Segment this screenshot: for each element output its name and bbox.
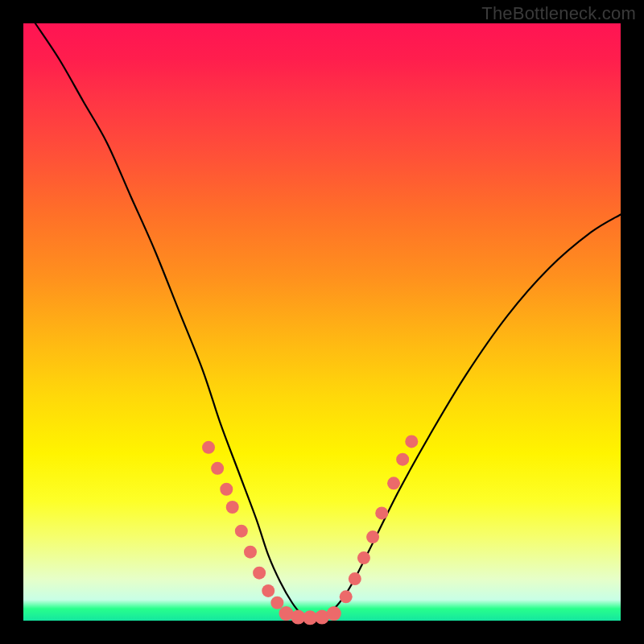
data-marker xyxy=(405,435,418,448)
data-marker xyxy=(375,506,388,519)
data-marker xyxy=(226,501,239,514)
plot-area xyxy=(23,23,621,621)
data-marker xyxy=(220,483,233,496)
data-markers xyxy=(202,435,418,625)
data-marker xyxy=(235,525,248,538)
chart-frame: TheBottleneck.com xyxy=(0,0,644,644)
data-marker xyxy=(366,530,379,543)
data-marker xyxy=(211,462,224,475)
data-marker xyxy=(262,584,275,597)
data-marker xyxy=(270,597,283,609)
data-marker xyxy=(202,441,215,454)
data-marker xyxy=(253,567,266,580)
curve-layer xyxy=(23,23,621,621)
data-marker xyxy=(349,572,361,585)
data-marker xyxy=(357,551,370,564)
data-marker xyxy=(327,606,341,621)
data-marker xyxy=(340,590,353,603)
data-marker xyxy=(244,546,257,559)
data-marker xyxy=(387,477,400,489)
data-marker xyxy=(396,453,409,466)
curve-right xyxy=(310,214,621,617)
watermark-text: TheBottleneck.com xyxy=(481,3,636,24)
curve-left xyxy=(35,23,310,617)
